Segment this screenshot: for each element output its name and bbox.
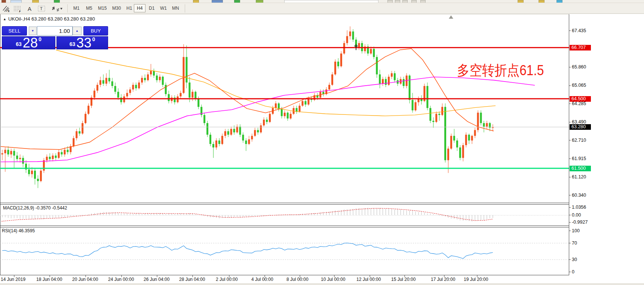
- buy-price-prefix: 63: [70, 41, 76, 47]
- ma-magenta: [1, 77, 535, 162]
- date-axis-label: 14 Jun 2019: [1, 277, 25, 282]
- macd-axis-label: 1.0356: [572, 205, 586, 210]
- date-axis-label: 4 Jul 00:00: [251, 277, 273, 282]
- macd-axis-label: -0.9927: [572, 220, 588, 225]
- price-axis-label: 61.120: [572, 174, 586, 180]
- date-axis-label: 8 Jul 00:00: [286, 277, 309, 282]
- price-axis-label: 61.915: [572, 156, 586, 162]
- buy-price-sup: 0: [92, 36, 95, 42]
- one-click-trade-widget: SELL ▼ ▲ BUY 63 28 0 63 33 0: [1, 23, 108, 49]
- sell-price-prefix: 63: [16, 41, 22, 47]
- sell-button[interactable]: SELL: [2, 26, 27, 36]
- date-axis-label: 17 Jul 20:00: [431, 277, 455, 282]
- date-axis-label: 28 Jun 04:00: [179, 277, 205, 282]
- date-axis-label: 24 Jun 00:00: [108, 277, 134, 282]
- rsi-line: [2, 243, 493, 259]
- symbol-header: ▲UKOil-,H4 63.280 63.280 63.280 63.280: [3, 16, 95, 22]
- volume-input[interactable]: [37, 26, 73, 36]
- price-axis-label: 66.707: [570, 45, 591, 50]
- buy-button[interactable]: BUY: [83, 26, 108, 36]
- price-axis-label: 67.435: [572, 28, 586, 34]
- price-axis-label: 60.340: [572, 193, 586, 198]
- rsi-value: 46.3595: [19, 228, 35, 233]
- date-axis-label: 12 Jul 00:00: [356, 277, 381, 282]
- status-strip: [0, 283, 644, 285]
- price-axis-label: 63.280: [570, 124, 591, 130]
- chart-annotation-text: 多空转折点61.5: [457, 63, 544, 79]
- sell-price-sup: 0: [39, 36, 42, 42]
- volume-decrease-button[interactable]: ▼: [29, 27, 37, 35]
- price-axis-label: 62.710: [572, 138, 586, 143]
- price-axis[interactable]: 67.43566.70765.86065.06564.50064.28563.4…: [569, 0, 644, 283]
- trading-terminal-window: EFAT M1M5M15M30H1H4D1W1MN ▲UKOil-,H4 63.…: [0, 0, 644, 285]
- buy-price-panel[interactable]: 63 33 0: [56, 36, 108, 49]
- rsi-axis-label: 0: [572, 269, 574, 275]
- date-axis-label: 26 Jun 04:00: [144, 277, 169, 282]
- macd-values: -0.3570 -0.5442: [36, 205, 67, 211]
- price-axis-label: 65.860: [572, 64, 586, 70]
- rsi-label: RSI(14) 46.3595: [2, 228, 35, 233]
- macd-axis-label: 0.00: [572, 212, 581, 218]
- date-axis-label: 10 Jul 00:00: [321, 277, 345, 282]
- macd-signal-line: [1, 208, 493, 221]
- rsi-axis-label: 100: [572, 228, 580, 234]
- sell-price-big: 28: [23, 37, 38, 49]
- rsi-axis-label: 70: [572, 240, 577, 246]
- expander-triangle-icon[interactable]: ▲: [3, 17, 6, 21]
- volume-increase-button[interactable]: ▲: [73, 27, 82, 35]
- buy-price-big: 33: [76, 37, 91, 49]
- price-axis-label: 65.065: [572, 83, 586, 88]
- sell-price-panel[interactable]: 63 28 0: [2, 36, 55, 49]
- macd-label: MACD(12,26,9) -0.3570 -0.5442: [3, 205, 67, 211]
- date-axis-label: 20 Jun 04:00: [72, 277, 98, 282]
- date-axis-label: 2 Jul 00:00: [216, 277, 238, 282]
- date-axis-label: 18 Jun 04:00: [36, 277, 62, 282]
- date-axis-label: 15 Jul 20:00: [391, 277, 415, 282]
- rsi-axis-label: 30: [572, 257, 577, 263]
- price-axis-label: 64.285: [572, 101, 586, 107]
- time-axis[interactable]: 14 Jun 201918 Jun 04:0020 Jun 04:0024 Ju…: [0, 276, 644, 283]
- price-axis-label: 61.500: [570, 166, 591, 171]
- autoscroll-triangle-icon: [449, 15, 453, 19]
- date-axis-label: 19 Jul 20:00: [464, 277, 488, 282]
- symbol-ohlc-text: UKOil-,H4 63.280 63.280 63.280 63.280: [8, 16, 95, 22]
